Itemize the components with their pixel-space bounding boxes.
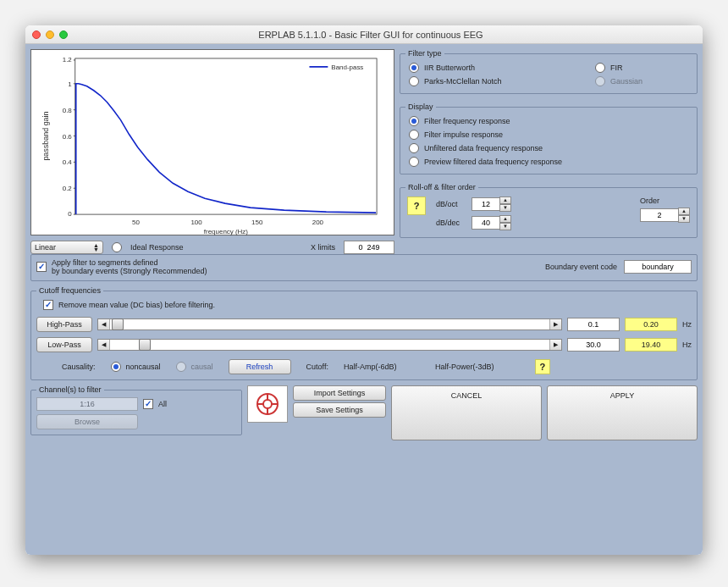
plot-panel: 0 0.2 0.4 0.6 0.8 1 1.2 bbox=[30, 49, 394, 254]
arrow-right-icon[interactable]: ▶ bbox=[549, 319, 561, 329]
svg-text:150: 150 bbox=[251, 219, 263, 226]
svg-text:1.2: 1.2 bbox=[63, 56, 73, 64]
minimize-icon[interactable] bbox=[46, 30, 54, 39]
svg-point-22 bbox=[263, 400, 272, 408]
svg-text:Band-pass: Band-pass bbox=[331, 64, 363, 71]
step-up-icon[interactable]: ▲ bbox=[499, 215, 511, 223]
highpass-half-display: 0.20 bbox=[625, 318, 677, 331]
filter-type-group: Filter type IIR Butterworth FIR Parks-Mc… bbox=[400, 49, 698, 94]
step-down-icon[interactable]: ▼ bbox=[678, 215, 690, 223]
svg-text:1: 1 bbox=[68, 80, 72, 88]
step-down-icon[interactable]: ▼ bbox=[499, 204, 511, 212]
chevron-updown-icon: ▲▼ bbox=[93, 243, 99, 252]
svg-text:50: 50 bbox=[132, 219, 140, 226]
causal-radio bbox=[176, 362, 186, 372]
ideal-response-radio[interactable] bbox=[112, 242, 122, 252]
channels-input bbox=[36, 397, 138, 411]
all-channels-check[interactable] bbox=[143, 399, 153, 409]
dboct-spinner[interactable]: ▲▼ bbox=[472, 197, 511, 212]
filter-response-plot: 0 0.2 0.4 0.6 0.8 1 1.2 bbox=[30, 49, 394, 235]
pm-notch-radio[interactable] bbox=[409, 76, 419, 86]
lowpass-value-input[interactable] bbox=[567, 338, 620, 352]
svg-text:0.8: 0.8 bbox=[63, 107, 73, 114]
iir-radio[interactable] bbox=[409, 63, 419, 73]
lowpass-button[interactable]: Low-Pass bbox=[36, 337, 92, 352]
noncausal-radio[interactable] bbox=[111, 362, 121, 372]
lifebuoy-icon[interactable] bbox=[247, 385, 288, 423]
refresh-button[interactable]: Refresh bbox=[229, 359, 291, 374]
cutoff-help-button[interactable]: ? bbox=[535, 359, 550, 374]
step-up-icon[interactable]: ▲ bbox=[499, 197, 511, 204]
svg-text:0.2: 0.2 bbox=[63, 185, 73, 192]
app-body: 0 0.2 0.4 0.6 0.8 1 1.2 bbox=[25, 44, 703, 555]
highpass-button[interactable]: High-Pass bbox=[36, 317, 92, 332]
svg-text:100: 100 bbox=[190, 219, 202, 226]
import-settings-button[interactable]: Import Settings bbox=[293, 385, 386, 401]
save-settings-button[interactable]: Save Settings bbox=[293, 402, 386, 418]
rolloff-group: Roll-off & filter order ? dB/oct ▲▼ bbox=[400, 183, 698, 238]
step-up-icon[interactable]: ▲ bbox=[678, 208, 690, 215]
step-down-icon[interactable]: ▼ bbox=[499, 223, 511, 230]
slider-thumb[interactable] bbox=[112, 318, 124, 330]
app-window: ERPLAB 5.1.1.0 - Basic Filter GUI for co… bbox=[25, 25, 703, 555]
arrow-left-icon[interactable]: ◀ bbox=[98, 319, 110, 329]
slider-thumb[interactable] bbox=[139, 339, 151, 351]
boundary-code-input[interactable] bbox=[624, 260, 692, 274]
svg-text:0: 0 bbox=[68, 210, 72, 218]
scale-select[interactable]: Linear ▲▼ bbox=[30, 241, 103, 254]
channels-group: Channel(s) to filter Browse All bbox=[30, 385, 242, 435]
cancel-button[interactable]: CANCEL bbox=[391, 385, 542, 440]
apply-button[interactable]: APPLY bbox=[547, 385, 698, 440]
titlebar: ERPLAB 5.1.1.0 - Basic Filter GUI for co… bbox=[25, 25, 703, 44]
highpass-value-input[interactable] bbox=[567, 318, 620, 331]
boundary-group: Apply filter to segments defined by boun… bbox=[30, 254, 698, 281]
svg-text:200: 200 bbox=[312, 219, 324, 226]
dbdec-spinner[interactable]: ▲▼ bbox=[472, 215, 511, 230]
lowpass-half-display: 19.40 bbox=[625, 338, 677, 352]
fir-radio[interactable] bbox=[595, 63, 605, 73]
browse-button: Browse bbox=[36, 414, 138, 429]
display-group: Display Filter frequency response Filter… bbox=[400, 102, 698, 174]
xlimits-input[interactable] bbox=[344, 241, 394, 254]
rolloff-help-button[interactable]: ? bbox=[407, 197, 426, 215]
arrow-right-icon[interactable]: ▶ bbox=[549, 340, 561, 350]
cutoff-group: Cutoff frequencies Remove mean value (DC… bbox=[30, 286, 698, 380]
display-impulse-radio[interactable] bbox=[409, 130, 419, 140]
svg-rect-0 bbox=[75, 58, 377, 214]
display-freq-radio[interactable] bbox=[409, 116, 419, 126]
display-preview-radio[interactable] bbox=[409, 157, 419, 167]
svg-text:0.6: 0.6 bbox=[63, 133, 73, 141]
zoom-icon[interactable] bbox=[59, 30, 68, 39]
ylabel: passband gain bbox=[41, 111, 50, 160]
apply-boundary-check[interactable] bbox=[36, 262, 47, 272]
xlimits-label: X limits bbox=[311, 243, 335, 252]
highpass-slider[interactable]: ◀ ▶ bbox=[97, 318, 562, 330]
window-title: ERPLAB 5.1.1.0 - Basic Filter GUI for co… bbox=[80, 30, 696, 40]
close-icon[interactable] bbox=[32, 30, 41, 39]
arrow-left-icon[interactable]: ◀ bbox=[98, 340, 110, 350]
remove-dc-check[interactable] bbox=[43, 300, 53, 310]
display-unfiltered-radio[interactable] bbox=[409, 143, 419, 153]
lowpass-slider[interactable]: ◀ ▶ bbox=[97, 339, 562, 351]
gaussian-radio bbox=[595, 76, 605, 86]
svg-text:0.4: 0.4 bbox=[63, 158, 73, 166]
xlabel: frequency (Hz) bbox=[204, 228, 249, 235]
order-spinner[interactable]: ▲▼ bbox=[640, 208, 690, 223]
ideal-response-label: Ideal Response bbox=[130, 243, 184, 252]
